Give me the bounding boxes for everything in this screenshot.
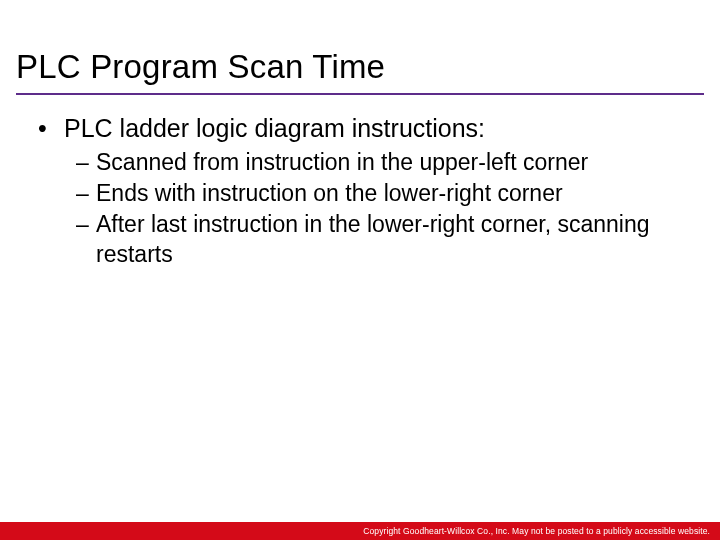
list-item: – After last instruction in the lower-ri… bbox=[76, 210, 686, 270]
bullet-dot-icon: • bbox=[36, 112, 64, 144]
list-item-text: After last instruction in the lower-righ… bbox=[96, 210, 686, 270]
bullet-text: PLC ladder logic diagram instructions: bbox=[64, 112, 485, 144]
list-item: – Ends with instruction on the lower-rig… bbox=[76, 179, 686, 209]
dash-icon: – bbox=[76, 148, 96, 178]
slide-title: PLC Program Scan Time bbox=[16, 48, 385, 86]
content-block: • PLC ladder logic diagram instructions:… bbox=[36, 112, 686, 271]
footer-bar: Copyright Goodheart-Willcox Co., Inc. Ma… bbox=[0, 522, 720, 540]
title-underline bbox=[16, 93, 704, 95]
list-item: – Scanned from instruction in the upper-… bbox=[76, 148, 686, 178]
subbullet-group: – Scanned from instruction in the upper-… bbox=[76, 148, 686, 270]
slide: PLC Program Scan Time • PLC ladder logic… bbox=[0, 0, 720, 540]
copyright-text: Copyright Goodheart-Willcox Co., Inc. Ma… bbox=[363, 526, 710, 536]
list-item-text: Ends with instruction on the lower-right… bbox=[96, 179, 563, 209]
list-item-text: Scanned from instruction in the upper-le… bbox=[96, 148, 588, 178]
dash-icon: – bbox=[76, 210, 96, 270]
bullet-level1: • PLC ladder logic diagram instructions: bbox=[36, 112, 686, 144]
dash-icon: – bbox=[76, 179, 96, 209]
